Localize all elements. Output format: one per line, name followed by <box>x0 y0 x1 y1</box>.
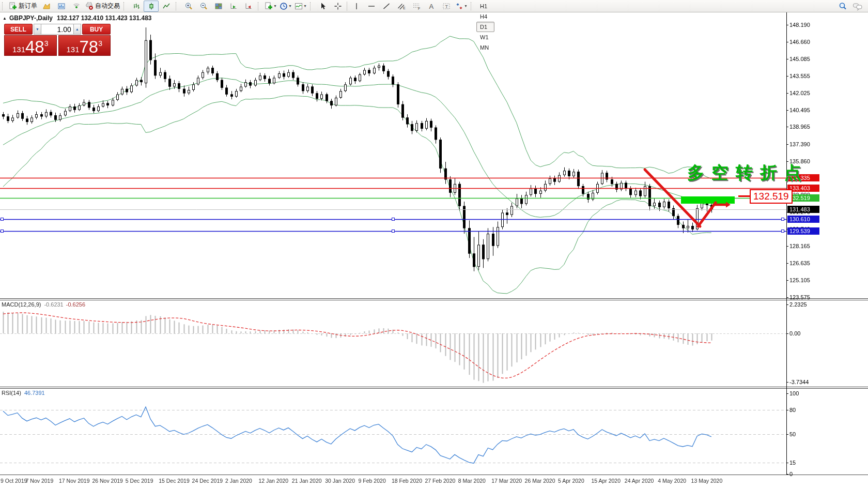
date-axis-label[interactable]: 15 Dec 2019 <box>159 478 190 484</box>
date-axis-label[interactable]: 12 Jan 2020 <box>258 478 288 484</box>
timeframe-H1[interactable]: H1 <box>476 1 494 11</box>
toolbar-grip[interactable] <box>471 2 475 10</box>
auto-scroll-button[interactable] <box>226 1 241 12</box>
date-axis-label[interactable]: 24 Apr 2020 <box>625 478 654 484</box>
one-click-trading-panel: SELL ▼ 1.00 ▲ BUY 131 48 3 131 78 3 <box>4 24 111 56</box>
text-tool-button[interactable]: A <box>424 1 439 12</box>
dropdown-caret-icon: ▾ <box>274 4 276 8</box>
volume-down-button[interactable]: ▼ <box>34 24 41 35</box>
fibonacci-tool-button[interactable]: F <box>409 1 424 12</box>
date-axis-label[interactable]: 9 Oct 2019 <box>1 478 27 484</box>
toolbar-grip[interactable] <box>123 2 128 10</box>
toolbar-grip[interactable] <box>258 2 262 10</box>
toolbar-grip[interactable] <box>176 2 180 10</box>
macd-name: MACD(12,26,9) <box>2 301 41 308</box>
date-axis-label[interactable]: 24 Dec 2019 <box>192 478 223 484</box>
price-callout-label[interactable]: 132.519 <box>750 189 793 204</box>
date-axis-label[interactable]: 15 Apr 2020 <box>591 478 621 484</box>
date-axis-label[interactable]: 27 Feb 2020 <box>425 478 455 484</box>
date-axis-label[interactable]: 5 Apr 2020 <box>558 478 584 484</box>
timeframe-W1[interactable]: W1 <box>476 32 494 42</box>
date-axis-label[interactable]: 7 Nov 2019 <box>26 478 54 484</box>
zoom-in-icon <box>184 2 193 10</box>
timeframe-D1[interactable]: D1 <box>476 22 494 32</box>
timeframe-H4[interactable]: H4 <box>476 11 494 22</box>
dropdown-caret-icon: ▾ <box>464 4 467 8</box>
chart-shift-button[interactable] <box>241 1 256 12</box>
trendline-tool-button[interactable] <box>379 1 394 12</box>
buy-price-quote[interactable]: 131 78 3 <box>58 35 111 56</box>
date-axis-label[interactable]: 9 Feb 2020 <box>359 478 386 484</box>
date-axis-label[interactable]: 17 Nov 2019 <box>59 478 90 484</box>
zoom-out-icon <box>199 2 208 10</box>
sell-price-quote[interactable]: 131 48 3 <box>4 35 57 56</box>
line-chart-mode-button[interactable] <box>159 1 174 12</box>
toolbar-grip[interactable] <box>2 2 6 10</box>
profiles-button[interactable] <box>39 1 54 12</box>
ohlc-values: 132.127 132.410 131.423 131.483 <box>57 14 152 22</box>
auto-trading-button[interactable]: 自动交易 <box>84 1 121 12</box>
volume-up-button[interactable]: ▲ <box>73 24 81 35</box>
signals-button[interactable] <box>69 1 84 12</box>
toolbar-grip[interactable] <box>310 2 314 10</box>
clock-icon <box>280 2 288 10</box>
crosshair-icon <box>334 2 342 10</box>
cursor-icon <box>319 2 327 10</box>
hline-price-tag[interactable]: 129.539 <box>787 227 819 235</box>
macd-tick-label: 2.2325 <box>789 301 820 308</box>
date-axis-label[interactable]: 18 Feb 2020 <box>392 478 422 484</box>
new-order-label: 新订单 <box>19 2 37 10</box>
date-axis-label[interactable]: 5 Dec 2019 <box>126 478 153 484</box>
date-axis-label[interactable]: 8 Mar 2020 <box>458 478 486 484</box>
new-template-button[interactable]: ▾ <box>263 1 278 12</box>
cursor-tool-button[interactable] <box>315 1 330 12</box>
arrows-tool-button[interactable]: ▾ <box>454 1 469 12</box>
horizontal-line-tool-button[interactable] <box>364 1 379 12</box>
price-tick-label: 125.105 <box>789 277 820 283</box>
price-tick-label: 145.085 <box>789 56 820 62</box>
dropdown-caret-icon: ▾ <box>304 4 306 8</box>
macd-tick-label: 0.00 <box>789 330 820 337</box>
timeframe-toolbar: M1M5M15M30H1H4D1W1MN <box>476 0 495 53</box>
buy-button[interactable]: BUY <box>82 24 111 35</box>
date-axis-label[interactable]: 4 May 2020 <box>658 478 686 484</box>
charts-button[interactable] <box>54 1 69 12</box>
zoom-out-button[interactable] <box>196 1 211 12</box>
search-button[interactable] <box>835 1 850 12</box>
date-axis-label[interactable]: 26 Mar 2020 <box>525 478 555 484</box>
annotation-headline[interactable]: 多空转折点 <box>687 161 809 185</box>
sell-price-prefix: 131 <box>12 45 25 54</box>
vertical-line-icon <box>352 2 361 10</box>
chat-button[interactable] <box>850 1 865 12</box>
auto-trading-icon <box>85 2 94 10</box>
date-axis-label[interactable]: 17 Mar 2020 <box>491 478 522 484</box>
candlestick-mode-button[interactable] <box>144 1 159 12</box>
periods-button[interactable]: ▾ <box>278 1 293 12</box>
hline-price-tag[interactable]: 130.610 <box>787 216 819 223</box>
date-axis-label[interactable]: 26 Nov 2019 <box>92 478 123 484</box>
new-order-button[interactable]: 新订单 <box>7 1 39 12</box>
vertical-line-tool-button[interactable] <box>349 1 364 12</box>
tile-windows-button[interactable] <box>211 1 226 12</box>
rsi-tick-label: 100 <box>789 390 820 396</box>
text-label-tool-button[interactable]: T <box>439 1 454 12</box>
collapse-triangle-icon[interactable]: ▲ <box>3 16 7 21</box>
price-chart-canvas[interactable] <box>0 0 868 489</box>
date-axis-label[interactable]: 13 May 2020 <box>691 478 723 484</box>
sell-button[interactable]: SELL <box>4 24 33 35</box>
channel-tool-button[interactable]: E <box>394 1 409 12</box>
indicators-button[interactable]: ▾ <box>293 1 308 12</box>
chart-shift-icon <box>244 2 253 10</box>
date-axis-label[interactable]: 30 Jan 2020 <box>325 478 355 484</box>
volume-input[interactable]: 1.00 <box>41 24 73 35</box>
charts-icon <box>57 2 66 10</box>
line-chart-icon <box>162 2 171 10</box>
date-axis-label[interactable]: 2 Jan 2020 <box>225 478 252 484</box>
timeframe-MN[interactable]: MN <box>476 42 494 53</box>
crosshair-tool-button[interactable] <box>330 1 345 12</box>
toolbar-separator <box>347 2 347 11</box>
zoom-in-button[interactable] <box>181 1 196 12</box>
bar-chart-mode-button[interactable] <box>129 1 144 12</box>
buy-price-pipette: 3 <box>98 39 102 48</box>
date-axis-label[interactable]: 21 Jan 2020 <box>292 478 322 484</box>
